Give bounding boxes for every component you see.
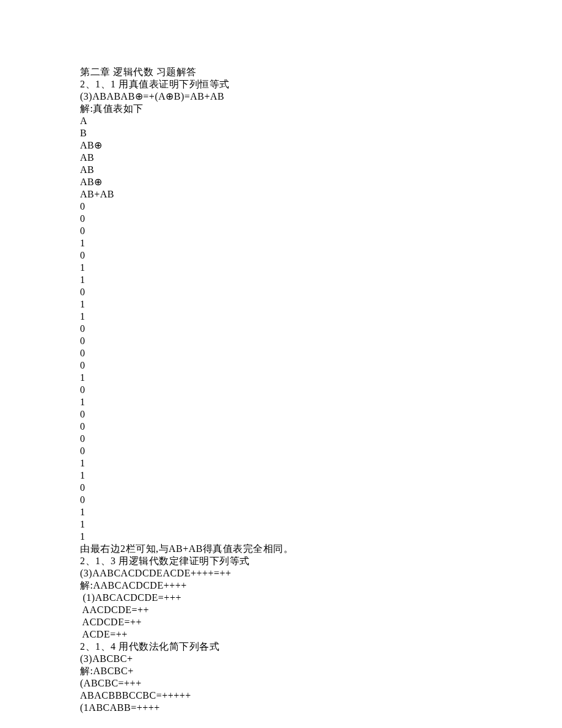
text-line: 1 [80, 518, 482, 531]
text-line: AB⊕ [80, 176, 482, 188]
text-line: A [80, 115, 482, 127]
text-line: 解:AABCACDCDE++++ [80, 579, 482, 592]
text-line: 1 [80, 298, 482, 311]
text-line: 1 [80, 506, 482, 518]
text-line: 0 [80, 433, 482, 445]
text-line: (1)ABCACDCDE=+++ [80, 592, 482, 604]
text-line: 1 [80, 396, 482, 408]
text-line: AB [80, 152, 482, 164]
text-line: 由最右边2栏可知,与AB+AB得真值表完全相同。 [80, 543, 482, 555]
text-line: 0 [80, 347, 482, 359]
text-line: (3)ABCBC+ [80, 653, 482, 665]
text-line: 0 [80, 359, 482, 372]
document-page: 第二章 逻辑代数 习题解答2、1、1 用真值表证明下列恒等式(3)ABABAB⊕… [0, 0, 562, 728]
text-line: 第二章 逻辑代数 习题解答 [80, 66, 482, 78]
text-line: 0 [80, 494, 482, 506]
text-line: 0 [80, 408, 482, 421]
text-line: 2、1、4 用代数法化简下列各式 [80, 641, 482, 653]
text-line: 0 [80, 335, 482, 347]
text-line: (3)AABCACDCDEACDE++++=++ [80, 567, 482, 579]
text-line: ACDE=++ [80, 628, 482, 641]
text-line: ACDCDE=++ [80, 616, 482, 628]
text-line: AB+AB [80, 188, 482, 200]
text-line: B [80, 127, 482, 139]
text-line: (ABCBC=+++ [80, 677, 482, 689]
text-line: 1 [80, 274, 482, 286]
text-line: 0 [80, 249, 482, 262]
text-line: (1ABCABB=++++ [80, 702, 482, 714]
text-line: 0 [80, 482, 482, 494]
text-line: 0 [80, 323, 482, 335]
document-body: 第二章 逻辑代数 习题解答2、1、1 用真值表证明下列恒等式(3)ABABAB⊕… [80, 66, 482, 714]
text-line: AB [80, 164, 482, 176]
text-line: AACDCDE=++ [80, 604, 482, 616]
text-line: 1 [80, 372, 482, 384]
text-line: 0 [80, 445, 482, 457]
text-line: (3)ABABAB⊕=+(A⊕B)=AB+AB [80, 90, 482, 103]
text-line: 0 [80, 421, 482, 433]
text-line: 2、1、3 用逻辑代数定律证明下列等式 [80, 555, 482, 567]
text-line: 1 [80, 469, 482, 482]
text-line: 1 [80, 457, 482, 469]
text-line: 1 [80, 531, 482, 543]
text-line: 解:真值表如下 [80, 103, 482, 115]
text-line: 2、1、1 用真值表证明下列恒等式 [80, 78, 482, 90]
text-line: 1 [80, 311, 482, 323]
text-line: AB⊕ [80, 139, 482, 152]
text-line: ABACBBBCCBC=+++++ [80, 689, 482, 702]
text-line: 0 [80, 213, 482, 225]
text-line: 0 [80, 200, 482, 213]
text-line: 1 [80, 237, 482, 249]
text-line: 0 [80, 384, 482, 396]
text-line: 0 [80, 286, 482, 298]
text-line: 0 [80, 225, 482, 237]
text-line: 解:ABCBC+ [80, 665, 482, 677]
text-line: 1 [80, 262, 482, 274]
